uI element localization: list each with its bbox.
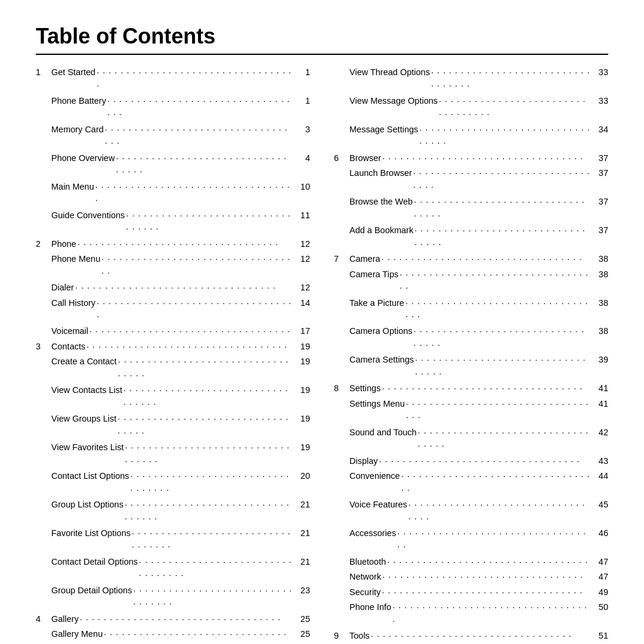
toc-dots: · · · · · · · · · · · · · · · · · · · · … xyxy=(438,94,592,121)
toc-entry-label: Get Started xyxy=(51,66,95,79)
list-item: Bluetooth· · · · · · · · · · · · · · · ·… xyxy=(334,555,608,568)
toc-page-number: 3 xyxy=(293,123,310,136)
toc-section-number: 4 xyxy=(36,612,51,626)
list-item: Add a Bookmark· · · · · · · · · · · · · … xyxy=(334,224,608,250)
toc-dots: · · · · · · · · · · · · · · · · · · · · … xyxy=(412,166,592,193)
list-item: Group Detail Options· · · · · · · · · · … xyxy=(36,584,310,611)
toc-page-number: 14 xyxy=(293,296,310,309)
list-item: Security· · · · · · · · · · · · · · · · … xyxy=(334,586,608,599)
toc-entry-label: Contact List Options xyxy=(51,469,129,482)
toc-page-number: 11 xyxy=(293,209,310,222)
toc-entry-label: Voicemail xyxy=(51,324,88,338)
toc-entry-label: Phone Battery xyxy=(51,94,106,107)
toc-dots: · · · · · · · · · · · · · · · · · · · · … xyxy=(414,353,592,380)
toc-page-number: 41 xyxy=(592,397,608,410)
list-item: Create a Contact· · · · · · · · · · · · … xyxy=(36,355,310,382)
list-item: View Thread Options· · · · · · · · · · ·… xyxy=(334,66,608,92)
toc-dots: · · · · · · · · · · · · · · · · · · · · … xyxy=(404,296,592,323)
toc-dots: · · · · · · · · · · · · · · · · · · · · … xyxy=(95,296,293,323)
list-item: 6Browser· · · · · · · · · · · · · · · · … xyxy=(334,151,608,165)
toc-page-number: 45 xyxy=(592,498,608,511)
toc-dots: · · · · · · · · · · · · · · · · · · · · … xyxy=(398,268,592,295)
toc-entry-label: Memory Card xyxy=(51,123,104,136)
list-item: Contact List Options· · · · · · · · · · … xyxy=(36,469,310,496)
toc-section-number: 1 xyxy=(36,66,51,79)
toc-entry-label: Camera Tips xyxy=(349,268,398,281)
toc-entry-label: Favorite List Options xyxy=(51,527,131,540)
toc-dots: · · · · · · · · · · · · · · · · · · · · … xyxy=(131,527,293,553)
toc-dots: · · · · · · · · · · · · · · · · · · · · … xyxy=(418,123,592,150)
list-item: Launch Browser· · · · · · · · · · · · · … xyxy=(334,166,608,193)
toc-page-number: 25 xyxy=(293,627,310,640)
toc-entry-label: Phone Overview xyxy=(51,151,114,165)
toc-dots: · · · · · · · · · · · · · · · · · · · · … xyxy=(391,600,592,627)
toc-entry-label: Contacts xyxy=(51,340,85,353)
toc-entry-label: View Groups List xyxy=(51,412,116,425)
toc-dots: · · · · · · · · · · · · · · · · · · · · … xyxy=(79,612,293,626)
toc-dots: · · · · · · · · · · · · · · · · · · · · … xyxy=(380,252,592,265)
toc-entry-label: Convenience xyxy=(349,469,400,482)
list-item: Phone Info· · · · · · · · · · · · · · · … xyxy=(334,600,608,627)
toc-entry-label: View Thread Options xyxy=(349,66,430,79)
toc-page-number: 21 xyxy=(293,527,310,540)
toc-dots: · · · · · · · · · · · · · · · · · · · · … xyxy=(114,151,293,178)
toc-page-number: 20 xyxy=(293,469,310,482)
list-item: 4Gallery· · · · · · · · · · · · · · · · … xyxy=(36,612,310,626)
toc-page-number: 25 xyxy=(293,612,310,626)
toc-page-number: 38 xyxy=(592,268,608,281)
toc-dots: · · · · · · · · · · · · · · · · · · · · … xyxy=(103,627,293,644)
toc-entry-label: Phone Menu xyxy=(51,252,100,265)
toc-dots: · · · · · · · · · · · · · · · · · · · · … xyxy=(132,584,293,611)
toc-section-number: 9 xyxy=(334,629,349,642)
toc-entry-label: Security xyxy=(349,586,380,599)
toc-dots: · · · · · · · · · · · · · · · · · · · · … xyxy=(100,252,293,279)
toc-entry-label: Launch Browser xyxy=(349,166,412,179)
toc-entry-label: Browser xyxy=(349,151,381,165)
toc-entry-label: Group Detail Options xyxy=(51,584,132,597)
toc-entry-label: Camera xyxy=(349,252,380,265)
list-item: Sound and Touch· · · · · · · · · · · · ·… xyxy=(334,426,608,453)
toc-entry-label: Settings Menu xyxy=(349,397,405,410)
toc-page-number: 43 xyxy=(592,454,608,467)
toc-dots: · · · · · · · · · · · · · · · · · · · · … xyxy=(380,382,592,395)
toc-page-number: 37 xyxy=(592,224,608,237)
toc-dots: · · · · · · · · · · · · · · · · · · · · … xyxy=(430,66,592,92)
toc-dots: · · · · · · · · · · · · · · · · · · · · … xyxy=(380,586,592,599)
list-item: View Groups List· · · · · · · · · · · · … xyxy=(36,412,310,439)
toc-entry-label: Accessories xyxy=(349,527,396,540)
toc-entry-label: Guide Conventions xyxy=(51,209,125,222)
list-item: Camera Options· · · · · · · · · · · · · … xyxy=(334,324,608,351)
toc-dots: · · · · · · · · · · · · · · · · · · · · … xyxy=(381,151,592,165)
list-item: Contact Detail Options· · · · · · · · · … xyxy=(36,555,310,582)
toc-page-number: 21 xyxy=(293,498,310,511)
toc-entry-label: Phone Info xyxy=(349,600,391,614)
toc-dots: · · · · · · · · · · · · · · · · · · · · … xyxy=(413,195,592,222)
toc-dots: · · · · · · · · · · · · · · · · · · · · … xyxy=(94,180,293,207)
toc-page-number: 44 xyxy=(592,469,608,482)
toc-dots: · · · · · · · · · · · · · · · · · · · · … xyxy=(138,555,293,582)
toc-dots: · · · · · · · · · · · · · · · · · · · · … xyxy=(413,224,592,250)
toc-entry-label: Gallery Menu xyxy=(51,627,103,640)
toc-dots: · · · · · · · · · · · · · · · · · · · · … xyxy=(95,66,293,92)
list-item: Phone Menu· · · · · · · · · · · · · · · … xyxy=(36,252,310,279)
toc-entry-label: Message Settings xyxy=(349,123,418,136)
list-item: Call History· · · · · · · · · · · · · · … xyxy=(36,296,310,323)
list-item: Settings Menu· · · · · · · · · · · · · ·… xyxy=(334,397,608,424)
toc-page-number: 19 xyxy=(293,441,310,454)
toc-entry-label: Tools xyxy=(349,629,370,642)
toc-body: 1Get Started· · · · · · · · · · · · · · … xyxy=(36,66,608,644)
toc-entry-label: View Message Options xyxy=(349,94,438,107)
toc-page-number: 19 xyxy=(293,355,310,368)
list-item: Convenience· · · · · · · · · · · · · · ·… xyxy=(334,469,608,496)
toc-dots: · · · · · · · · · · · · · · · · · · · · … xyxy=(123,498,293,525)
page: Table of Contents 1Get Started· · · · · … xyxy=(0,0,644,644)
toc-dots: · · · · · · · · · · · · · · · · · · · · … xyxy=(122,383,293,410)
toc-dots: · · · · · · · · · · · · · · · · · · · · … xyxy=(381,570,592,583)
toc-page-number: 12 xyxy=(293,281,310,294)
toc-page-number: 38 xyxy=(592,324,608,338)
toc-page-number: 46 xyxy=(592,527,608,540)
toc-dots: · · · · · · · · · · · · · · · · · · · · … xyxy=(396,527,592,553)
toc-page-number: 50 xyxy=(592,600,608,614)
toc-page-number: 38 xyxy=(592,252,608,265)
toc-dots: · · · · · · · · · · · · · · · · · · · · … xyxy=(106,94,293,121)
